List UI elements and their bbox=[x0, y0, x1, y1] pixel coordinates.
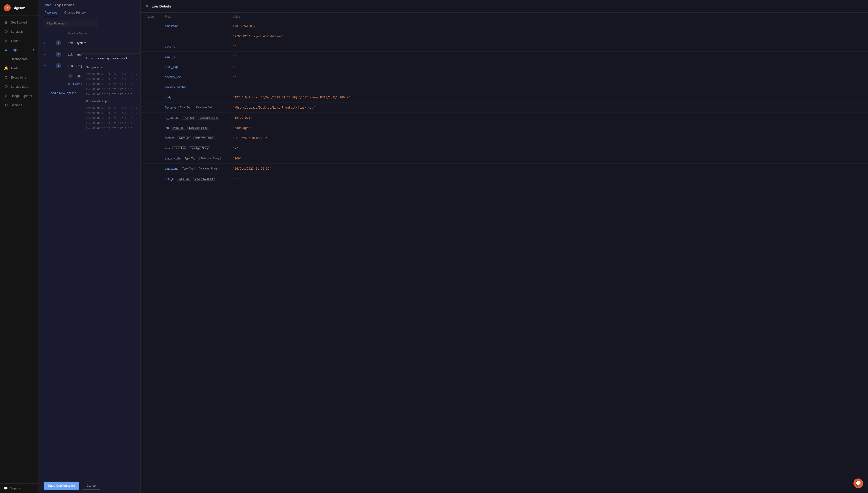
col-action: Action bbox=[145, 15, 165, 18]
field-value-0: 1701822419877 bbox=[233, 24, 863, 28]
sidebar-item-alerts[interactable]: 🔔 Alerts bbox=[0, 64, 39, 73]
modal-body: timestamp1701822419877...id"2Z94SPX0AIfs… bbox=[141, 21, 868, 493]
field-name-4: trace_flags bbox=[165, 65, 179, 69]
log-detail-row: ...filenameType: TagData type: String"/U… bbox=[141, 103, 868, 113]
exceptions-icon: ⊘ bbox=[4, 75, 8, 80]
field-cell-1: id bbox=[165, 35, 233, 38]
field-cell-0: timestamp bbox=[165, 24, 233, 28]
action-dots-12[interactable]: ... bbox=[145, 146, 165, 150]
traces-icon: ◈ bbox=[4, 39, 8, 43]
sidebar-item-settings[interactable]: ⚙ Settings bbox=[0, 100, 39, 110]
col-field: Field bbox=[165, 15, 233, 18]
action-dots-13[interactable]: ... bbox=[145, 156, 165, 160]
log-detail-row: timestampType: TagData type: String"06/D… bbox=[141, 164, 868, 174]
field-value-7: "127.0.0.1 - - [06/Dec/2023 01:26:59] \"… bbox=[233, 96, 863, 99]
field-name-10: job bbox=[165, 126, 169, 130]
field-name-12: size bbox=[165, 147, 170, 150]
field-name-0: timestamp bbox=[165, 24, 178, 28]
processor-badge: 1 bbox=[68, 73, 73, 78]
sidebar-item-usage-explorer[interactable]: ⊛ Usage Explorer bbox=[0, 91, 39, 100]
field-tag: Data type: String bbox=[199, 156, 221, 160]
usage-explorer-icon: ⊛ bbox=[4, 93, 8, 98]
save-configuration-button[interactable]: Save Configuration bbox=[44, 481, 79, 490]
services-icon: ⬡ bbox=[4, 29, 8, 34]
nav-item-label-services: Services bbox=[11, 30, 23, 34]
log-detail-row: ...methodType: TagData type: String"GET … bbox=[141, 133, 868, 143]
sidebar-item-services[interactable]: ⬡ Services bbox=[0, 27, 39, 36]
field-value-5: "" bbox=[233, 76, 863, 79]
field-value-10: "nodelogs" bbox=[233, 126, 863, 130]
action-dots-11[interactable]: ... bbox=[145, 136, 165, 140]
field-tag: Data type: String bbox=[187, 126, 209, 130]
action-dots-5[interactable]: ... bbox=[145, 75, 165, 79]
field-tag: Data type: String bbox=[197, 167, 219, 170]
field-name-8: filename bbox=[165, 106, 176, 109]
action-dots-2[interactable]: ... bbox=[145, 45, 165, 48]
field-name-15: user_id bbox=[165, 177, 174, 180]
sidebar-item-exceptions[interactable]: ⊘ Exceptions bbox=[0, 73, 39, 82]
tab-change-history[interactable]: Change History bbox=[63, 9, 87, 17]
cancel-button[interactable]: Cancel bbox=[82, 481, 101, 490]
field-value-6: 0 bbox=[233, 86, 863, 89]
logs-icon: ≡ bbox=[4, 48, 8, 52]
field-value-1: "2Z94SPX0AIfsyu38aCdQNWKmiuc" bbox=[233, 35, 863, 38]
action-dots-8[interactable]: ... bbox=[145, 106, 165, 109]
sidebar-item-traces[interactable]: ◈ Traces bbox=[0, 36, 39, 45]
add-pipeline-label: + Add a New Pipeline bbox=[48, 91, 76, 95]
field-tag: Type: Tag bbox=[171, 126, 185, 130]
action-dots-4[interactable]: ... bbox=[145, 65, 165, 69]
modal-close-button[interactable]: ✕ bbox=[145, 4, 149, 8]
action-dots-15[interactable]: ... bbox=[145, 177, 165, 180]
sidebar-item-dashboards[interactable]: ⊟ Dashboards bbox=[0, 54, 39, 64]
field-tag: Data type: String bbox=[193, 136, 214, 140]
breadcrumb-home[interactable]: Home bbox=[44, 3, 51, 7]
service-map-icon: ⬡ bbox=[4, 84, 8, 89]
expand-button-0[interactable]: ▶ bbox=[44, 41, 56, 45]
nav-item-label-alerts: Alerts bbox=[11, 66, 19, 70]
plus-icon: ＋ bbox=[44, 91, 46, 95]
log-details-modal: ✕ Log Details Action Field Value timesta… bbox=[140, 0, 868, 493]
field-value-2: "" bbox=[233, 45, 863, 48]
log-detail-row: ...trace_id"" bbox=[141, 41, 868, 51]
expand-button-2[interactable]: ▼ bbox=[44, 64, 56, 67]
field-value-9: "127.0.0.1" bbox=[233, 116, 863, 120]
field-cell-11: methodType: TagData type: String bbox=[165, 136, 233, 140]
tab-pipelines[interactable]: Pipelines bbox=[44, 9, 59, 17]
field-cell-7: body bbox=[165, 96, 233, 99]
action-dots-9[interactable]: ... bbox=[145, 116, 165, 120]
field-cell-5: severity_text bbox=[165, 76, 233, 79]
field-cell-14: timestampType: TagData type: String bbox=[165, 167, 233, 170]
action-dots-6[interactable]: ... bbox=[145, 85, 165, 89]
support-label: Support bbox=[10, 487, 21, 490]
action-dots-10[interactable]: ... bbox=[145, 126, 165, 130]
action-dots-3[interactable]: ... bbox=[145, 55, 165, 59]
action-dots-1[interactable]: ... bbox=[145, 35, 165, 38]
sidebar-item-get-started[interactable]: ⊞ Get Started bbox=[0, 18, 39, 27]
field-cell-8: filenameType: TagData type: String bbox=[165, 106, 233, 109]
field-cell-15: user_idType: TagData type: String bbox=[165, 177, 233, 180]
field-name-3: span_id bbox=[165, 55, 175, 59]
field-cell-4: trace_flags bbox=[165, 65, 233, 69]
log-detail-row: ...user_idType: TagData type: String"-" bbox=[141, 174, 868, 184]
nav-item-label-traces: Traces bbox=[11, 39, 20, 43]
field-cell-6: severity_number bbox=[165, 86, 233, 89]
field-name-9: ip_address bbox=[165, 116, 179, 120]
expand-button-1[interactable]: ▶ bbox=[44, 53, 56, 56]
modal-table-header: Action Field Value bbox=[141, 13, 868, 21]
field-tag: Data type: String bbox=[189, 146, 210, 150]
sidebar-item-service-map[interactable]: ⬡ Service Map bbox=[0, 82, 39, 91]
nav-item-label-settings: Settings bbox=[11, 103, 22, 107]
support-icon: 💬 bbox=[4, 487, 8, 490]
support-item[interactable]: 💬 Support bbox=[4, 487, 35, 490]
field-name-6: severity_number bbox=[165, 86, 186, 89]
field-value-8: "/Users/deimos/Desktop/Loki-Promtail/fla… bbox=[233, 106, 863, 109]
log-detail-row: ...sizeType: TagData type: String"-" bbox=[141, 143, 868, 153]
field-name-11: method bbox=[165, 136, 175, 140]
log-detail-row: ...severity_number0 bbox=[141, 82, 868, 92]
action-dots-7[interactable]: ... bbox=[145, 95, 165, 99]
chat-fab[interactable]: 💬 bbox=[853, 478, 863, 488]
field-value-11: "GET /four HTTP/1.1" bbox=[233, 136, 863, 140]
filter-pipelines-input[interactable] bbox=[44, 20, 97, 27]
logo[interactable]: 👁 SigNoz bbox=[0, 0, 39, 16]
sidebar-item-logs[interactable]: ≡ Logs ▼ bbox=[0, 45, 39, 54]
